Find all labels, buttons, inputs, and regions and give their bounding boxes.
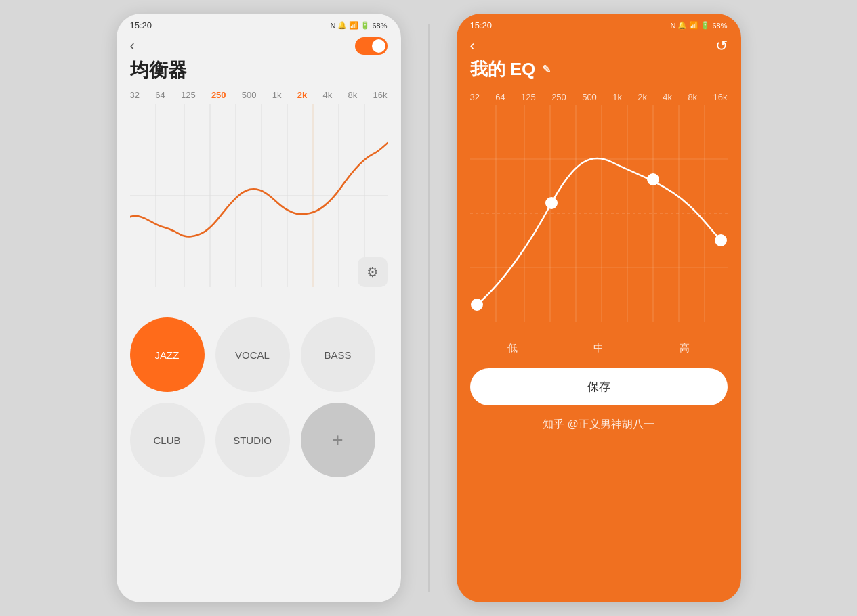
band-labels-right: 低 中 高 [457,335,741,361]
edit-icon[interactable]: ✎ [542,63,551,76]
battery-right: 68% [712,22,727,30]
preset-jazz[interactable]: JAZZ [130,317,205,392]
freq-labels-left: 32 64 125 250 500 1k 2k 4k 8k 16k [130,90,388,104]
time-left: 15:20 [130,20,152,30]
eq-svg-right [470,105,728,335]
presets-grid: JAZZ VOCAL BASS [117,307,401,403]
band-low: 低 [507,342,518,355]
main-container: 15:20 N 🔔 📶 🔋 68% ‹ 均衡器 32 64 125 250 50… [0,0,857,616]
band-mid: 中 [593,342,604,355]
gear-button[interactable]: ⚙ [358,257,388,287]
eq-toggle[interactable] [355,37,388,55]
back-button-left[interactable]: ‹ [130,37,135,55]
band-high: 高 [680,342,690,355]
chart-area-left: ⚙ [130,104,388,287]
status-icons-right: N 🔔 📶 🔋 68% [671,21,728,30]
eq-point-3[interactable] [715,235,726,246]
page-title-left: 均衡器 [117,55,401,83]
presets-grid-2: CLUB STUDIO + [117,403,401,488]
time-right: 15:20 [470,20,493,30]
phone-left: 15:20 N 🔔 📶 🔋 68% ‹ 均衡器 32 64 125 250 50… [117,14,401,602]
preset-bass[interactable]: BASS [301,317,375,392]
eq-svg-left [130,104,388,287]
freq-labels-right: 32 64 125 250 500 1k 2k 4k 8k 16k [457,81,741,105]
status-bar-right: 15:20 N 🔔 📶 🔋 68% [457,14,741,33]
preset-vocal[interactable]: VOCAL [215,317,290,392]
header-left: ‹ [117,33,401,55]
status-bar-left: 15:20 N 🔔 📶 🔋 68% [117,14,401,33]
eq-title-right: 我的 EQ ✎ [457,55,741,81]
battery-left: 68% [372,22,387,30]
eq-name: 我的 EQ [470,58,536,81]
add-preset-button[interactable]: + [301,403,375,477]
save-button[interactable]: 保存 [470,368,728,405]
preset-club[interactable]: CLUB [130,403,205,477]
eq-point-2[interactable] [648,174,659,185]
divider [428,24,430,592]
back-button-right[interactable]: ‹ [470,37,475,55]
eq-point-1[interactable] [546,198,557,208]
eq-chart-left: 32 64 125 250 500 1k 2k 4k 8k 16k [130,90,388,307]
status-icons-left: N 🔔 📶 🔋 68% [331,21,388,30]
refresh-button[interactable]: ↺ [715,37,728,55]
watermark: 知乎 @正义男神胡八一 [457,412,741,432]
eq-chart-right [470,105,728,335]
preset-studio[interactable]: STUDIO [215,403,290,477]
phone-right: 15:20 N 🔔 📶 🔋 68% ‹ ↺ 我的 EQ ✎ 32 64 125 … [457,14,741,602]
header-right: ‹ ↺ [457,33,741,55]
eq-point-4[interactable] [472,299,482,310]
